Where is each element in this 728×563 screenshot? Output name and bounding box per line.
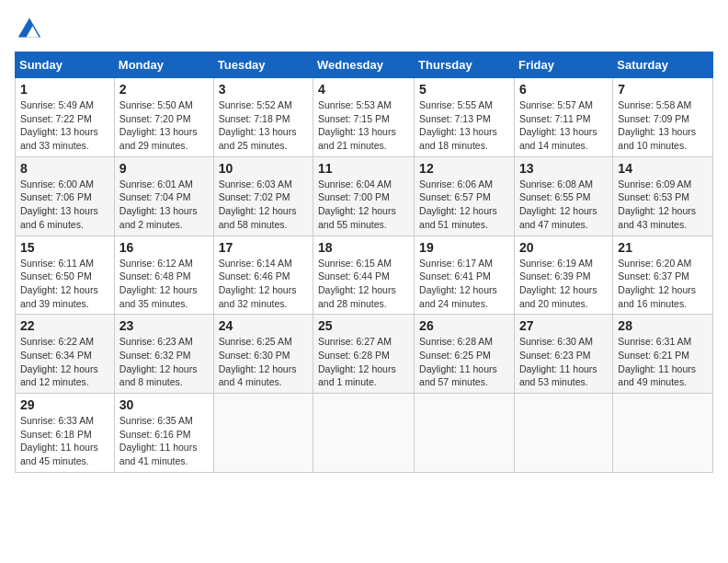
calendar-cell: 26Sunrise: 6:28 AM Sunset: 6:25 PM Dayli… [415, 315, 515, 394]
cell-info: Sunrise: 5:55 AM Sunset: 7:13 PM Dayligh… [419, 98, 509, 153]
day-number: 17 [219, 240, 308, 255]
day-of-week-header: Sunday [16, 52, 115, 78]
calendar-cell: 27Sunrise: 6:30 AM Sunset: 6:23 PM Dayli… [514, 315, 612, 394]
calendar-week-row: 22Sunrise: 6:22 AM Sunset: 6:34 PM Dayli… [16, 315, 713, 394]
day-number: 7 [618, 82, 708, 97]
calendar-cell: 29Sunrise: 6:33 AM Sunset: 6:18 PM Dayli… [16, 394, 115, 473]
logo [15, 15, 48, 40]
cell-info: Sunrise: 6:03 AM Sunset: 7:02 PM Dayligh… [219, 178, 308, 232]
calendar-cell: 23Sunrise: 6:23 AM Sunset: 6:32 PM Dayli… [114, 315, 213, 394]
calendar-cell: 15Sunrise: 6:11 AM Sunset: 6:50 PM Dayli… [16, 236, 115, 315]
cell-info: Sunrise: 6:08 AM Sunset: 6:55 PM Dayligh… [519, 178, 608, 232]
calendar-cell [613, 394, 713, 473]
calendar-cell: 16Sunrise: 6:12 AM Sunset: 6:48 PM Dayli… [114, 236, 213, 315]
cell-info: Sunrise: 5:58 AM Sunset: 7:09 PM Dayligh… [618, 98, 708, 153]
cell-info: Sunrise: 5:50 AM Sunset: 7:20 PM Dayligh… [119, 98, 209, 153]
cell-info: Sunrise: 5:49 AM Sunset: 7:22 PM Dayligh… [20, 98, 109, 153]
day-number: 24 [219, 318, 308, 333]
day-of-week-header: Monday [114, 52, 213, 78]
day-number: 10 [219, 161, 308, 176]
day-number: 18 [318, 240, 409, 255]
day-number: 13 [519, 161, 608, 176]
cell-info: Sunrise: 6:27 AM Sunset: 6:28 PM Dayligh… [318, 335, 409, 389]
calendar-cell: 17Sunrise: 6:14 AM Sunset: 6:46 PM Dayli… [213, 236, 313, 315]
day-number: 29 [20, 397, 109, 412]
day-number: 15 [20, 240, 109, 255]
calendar-cell [213, 394, 313, 473]
calendar-cell [415, 394, 515, 473]
day-number: 1 [20, 82, 109, 97]
cell-info: Sunrise: 6:20 AM Sunset: 6:37 PM Dayligh… [618, 257, 708, 311]
day-number: 5 [419, 82, 509, 97]
page-header [15, 15, 713, 40]
calendar-cell: 24Sunrise: 6:25 AM Sunset: 6:30 PM Dayli… [213, 315, 313, 394]
calendar-cell [514, 394, 612, 473]
day-number: 16 [119, 240, 209, 255]
day-number: 21 [618, 240, 708, 255]
calendar-cell: 12Sunrise: 6:06 AM Sunset: 6:57 PM Dayli… [415, 156, 515, 236]
cell-info: Sunrise: 6:35 AM Sunset: 6:16 PM Dayligh… [119, 414, 209, 468]
day-number: 4 [318, 82, 409, 97]
cell-info: Sunrise: 6:09 AM Sunset: 6:53 PM Dayligh… [618, 178, 708, 232]
day-of-week-header: Thursday [415, 52, 515, 78]
calendar-cell: 9Sunrise: 6:01 AM Sunset: 7:04 PM Daylig… [114, 156, 213, 236]
calendar-week-row: 8Sunrise: 6:00 AM Sunset: 7:06 PM Daylig… [16, 156, 713, 236]
calendar-cell: 20Sunrise: 6:19 AM Sunset: 6:39 PM Dayli… [514, 236, 612, 315]
cell-info: Sunrise: 6:15 AM Sunset: 6:44 PM Dayligh… [318, 257, 409, 311]
cell-info: Sunrise: 6:33 AM Sunset: 6:18 PM Dayligh… [20, 414, 109, 468]
day-number: 28 [618, 318, 708, 333]
day-of-week-header: Wednesday [313, 52, 415, 78]
cell-info: Sunrise: 6:19 AM Sunset: 6:39 PM Dayligh… [519, 257, 608, 311]
calendar-cell: 1Sunrise: 5:49 AM Sunset: 7:22 PM Daylig… [16, 78, 115, 157]
cell-info: Sunrise: 6:30 AM Sunset: 6:23 PM Dayligh… [519, 335, 608, 389]
calendar-week-row: 1Sunrise: 5:49 AM Sunset: 7:22 PM Daylig… [16, 78, 713, 157]
cell-info: Sunrise: 6:12 AM Sunset: 6:48 PM Dayligh… [119, 257, 209, 311]
calendar-cell: 25Sunrise: 6:27 AM Sunset: 6:28 PM Dayli… [313, 315, 415, 394]
cell-info: Sunrise: 6:00 AM Sunset: 7:06 PM Dayligh… [20, 178, 109, 232]
cell-info: Sunrise: 6:22 AM Sunset: 6:34 PM Dayligh… [20, 335, 109, 389]
day-number: 3 [219, 82, 308, 97]
cell-info: Sunrise: 6:31 AM Sunset: 6:21 PM Dayligh… [618, 335, 708, 389]
calendar-cell: 30Sunrise: 6:35 AM Sunset: 6:16 PM Dayli… [114, 394, 213, 473]
day-number: 22 [20, 318, 109, 333]
day-of-week-header: Friday [514, 52, 612, 78]
calendar-cell: 4Sunrise: 5:53 AM Sunset: 7:15 PM Daylig… [313, 78, 415, 157]
calendar-cell: 13Sunrise: 6:08 AM Sunset: 6:55 PM Dayli… [514, 156, 612, 236]
day-number: 25 [318, 318, 409, 333]
calendar-cell: 22Sunrise: 6:22 AM Sunset: 6:34 PM Dayli… [16, 315, 115, 394]
day-number: 26 [419, 318, 509, 333]
calendar-cell: 7Sunrise: 5:58 AM Sunset: 7:09 PM Daylig… [613, 78, 713, 157]
cell-info: Sunrise: 5:53 AM Sunset: 7:15 PM Dayligh… [318, 98, 409, 153]
cell-info: Sunrise: 5:52 AM Sunset: 7:18 PM Dayligh… [219, 98, 308, 153]
calendar-week-row: 15Sunrise: 6:11 AM Sunset: 6:50 PM Dayli… [16, 236, 713, 315]
day-number: 30 [119, 397, 209, 412]
calendar-cell: 11Sunrise: 6:04 AM Sunset: 7:00 PM Dayli… [313, 156, 415, 236]
logo-icon [15, 15, 44, 40]
cell-info: Sunrise: 6:14 AM Sunset: 6:46 PM Dayligh… [219, 257, 308, 311]
cell-info: Sunrise: 6:23 AM Sunset: 6:32 PM Dayligh… [119, 335, 209, 389]
calendar-cell: 28Sunrise: 6:31 AM Sunset: 6:21 PM Dayli… [613, 315, 713, 394]
day-number: 11 [318, 161, 409, 176]
calendar-cell [313, 394, 415, 473]
calendar-cell: 14Sunrise: 6:09 AM Sunset: 6:53 PM Dayli… [613, 156, 713, 236]
day-number: 14 [618, 161, 708, 176]
day-number: 27 [519, 318, 608, 333]
calendar-week-row: 29Sunrise: 6:33 AM Sunset: 6:18 PM Dayli… [16, 394, 713, 473]
cell-info: Sunrise: 6:28 AM Sunset: 6:25 PM Dayligh… [419, 335, 509, 389]
calendar-cell: 21Sunrise: 6:20 AM Sunset: 6:37 PM Dayli… [613, 236, 713, 315]
calendar-cell: 2Sunrise: 5:50 AM Sunset: 7:20 PM Daylig… [114, 78, 213, 157]
cell-info: Sunrise: 6:06 AM Sunset: 6:57 PM Dayligh… [419, 178, 509, 232]
cell-info: Sunrise: 6:04 AM Sunset: 7:00 PM Dayligh… [318, 178, 409, 232]
calendar-cell: 19Sunrise: 6:17 AM Sunset: 6:41 PM Dayli… [415, 236, 515, 315]
cell-info: Sunrise: 5:57 AM Sunset: 7:11 PM Dayligh… [519, 98, 608, 153]
calendar-cell: 6Sunrise: 5:57 AM Sunset: 7:11 PM Daylig… [514, 78, 612, 157]
day-of-week-header: Saturday [613, 52, 713, 78]
cell-info: Sunrise: 6:11 AM Sunset: 6:50 PM Dayligh… [20, 257, 109, 311]
day-number: 23 [119, 318, 209, 333]
day-of-week-header: Tuesday [213, 52, 313, 78]
day-number: 9 [119, 161, 209, 176]
day-number: 6 [519, 82, 608, 97]
calendar-cell: 10Sunrise: 6:03 AM Sunset: 7:02 PM Dayli… [213, 156, 313, 236]
day-number: 20 [519, 240, 608, 255]
calendar-cell: 18Sunrise: 6:15 AM Sunset: 6:44 PM Dayli… [313, 236, 415, 315]
